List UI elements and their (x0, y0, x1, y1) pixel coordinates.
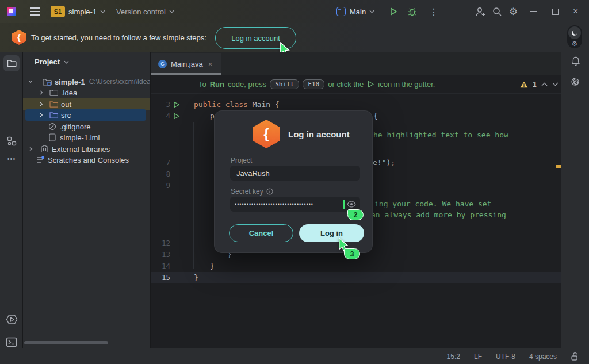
project-input[interactable]: JavaRush (230, 166, 360, 181)
tree-item-external-libraries[interactable]: External Libraries (23, 143, 151, 155)
step-badge-3: 3 (344, 248, 360, 259)
terminal-tool-button[interactable] (5, 336, 18, 348)
dialog-title: Log in account (288, 129, 350, 139)
tree-item-src[interactable]: src (23, 109, 151, 121)
chevron-right-icon (37, 102, 46, 106)
more-tool-windows-button[interactable]: ••• (5, 154, 18, 163)
status-bar: 15:2 LF UTF-8 4 spaces (0, 348, 589, 364)
run-button[interactable] (389, 0, 398, 23)
javarush-logo-icon: { (12, 30, 26, 45)
hamburger-menu-icon[interactable] (30, 0, 40, 23)
library-icon (40, 145, 49, 153)
login-button[interactable]: Log in (299, 224, 364, 242)
java-class-icon: C (158, 60, 167, 68)
project-folder-icon (43, 78, 52, 86)
file-icon (48, 133, 57, 141)
line-number: 9 (154, 180, 170, 191)
structure-icon (7, 136, 17, 146)
project-field-label: Project (231, 156, 252, 164)
terminal-icon (6, 337, 17, 347)
code-with-me-button[interactable] (475, 0, 486, 23)
tree-item-idea[interactable]: .idea (23, 87, 151, 98)
comment-fragment: an always add more by pressing (371, 209, 506, 221)
chevron-down-icon (169, 10, 174, 13)
settings-button[interactable]: ⚙ (509, 0, 518, 23)
login-dialog: { Log in account Project JavaRush Secret… (214, 110, 373, 253)
tree-item-simple-1[interactable]: simple-1 C:\Users\xxcmi\Idea (23, 76, 151, 87)
scratches-icon (36, 156, 45, 164)
ide-window: S1 simple-1 Version control Main ⋮ (0, 0, 589, 364)
line-number: 8 (154, 168, 170, 180)
structure-tool-button[interactable] (6, 136, 17, 146)
app-logo-icon (7, 0, 16, 23)
editor-run-hint-banner: To Run code, press Shift F10 or click th… (151, 75, 561, 94)
debug-button[interactable] (407, 0, 417, 23)
code-line-7-fragment: e!"); (373, 157, 395, 168)
eye-icon[interactable] (347, 201, 356, 208)
moon-icon (571, 29, 578, 36)
chevron-down-icon (26, 80, 35, 83)
maximize-button[interactable] (552, 0, 559, 23)
left-tool-stripe: ••• (0, 52, 23, 348)
project-badge[interactable]: S1 (51, 0, 65, 23)
kebab-icon: ⋮ (429, 6, 438, 17)
line-ending-widget[interactable]: LF (474, 352, 482, 361)
tree-item-gitignore[interactable]: .gitignore (23, 121, 151, 132)
minimize-button[interactable] (530, 0, 537, 23)
project-panel: Project simple-1 C:\Users\xxcmi\Idea .id… (23, 52, 151, 348)
bug-icon (407, 7, 417, 17)
notifications-button[interactable] (571, 56, 580, 66)
tree-item-scratches[interactable]: Scratches and Consoles (23, 154, 151, 166)
line-number: 3 (154, 99, 170, 110)
ai-assistant-button[interactable] (570, 76, 580, 87)
play-icon (367, 81, 374, 88)
code-line-14: } (210, 260, 215, 272)
search-icon (492, 7, 502, 17)
shift-key-chip: Shift (270, 79, 299, 89)
line-number: 12 (154, 237, 170, 249)
project-switcher[interactable]: simple-1 (68, 0, 105, 23)
cancel-button[interactable]: Cancel (229, 224, 293, 242)
banner-message: To get started, you need to follow a few… (31, 28, 206, 47)
services-tool-button[interactable] (5, 313, 18, 325)
editor-tab-bar: C Main.java × (151, 52, 561, 75)
search-everywhere-button[interactable] (492, 0, 502, 23)
run-config-icon (336, 7, 346, 16)
unlocked-padlock-icon[interactable] (571, 352, 579, 361)
line-number: 14 (154, 260, 170, 272)
bell-icon (571, 56, 580, 66)
tree-item-out[interactable]: out (23, 98, 151, 110)
dark-theme-toggle[interactable] (568, 26, 581, 39)
comment-fragment: he highlighted text to see how (373, 129, 508, 141)
chevron-up-icon[interactable] (541, 82, 548, 86)
text-caret (343, 200, 345, 209)
theme-settings-pill[interactable]: ⚙ (567, 25, 582, 48)
encoding-widget[interactable]: UTF-8 (496, 352, 515, 361)
secret-key-input[interactable]: ••••••••••••••••••••••••••••••••• (230, 197, 360, 212)
ignored-file-icon (48, 122, 57, 131)
project-tool-button[interactable] (3, 55, 20, 71)
tree-item-simple-1-iml[interactable]: simple-1.iml (23, 132, 151, 143)
code-line-4-brace: { (373, 110, 378, 122)
project-horizontal-scrollbar[interactable] (24, 341, 108, 344)
gear-icon[interactable]: ⚙ (572, 39, 578, 48)
tab-main-java[interactable]: C Main.java × (151, 53, 221, 75)
project-panel-header[interactable]: Project (35, 58, 69, 66)
gutter-run-icon[interactable] (173, 101, 180, 108)
current-line-highlight (151, 272, 561, 283)
line-number: 7 (154, 157, 170, 168)
vcs-widget[interactable]: Version control (116, 0, 174, 23)
ellipsis-icon: ••• (7, 155, 16, 162)
indent-widget[interactable]: 4 spaces (529, 352, 557, 361)
caret-position-widget[interactable]: 15:2 (447, 352, 460, 361)
inspection-widget[interactable]: 1 (520, 75, 559, 94)
gutter-run-icon[interactable] (173, 113, 180, 120)
info-icon[interactable] (266, 188, 273, 195)
tab-close-icon[interactable]: × (208, 60, 213, 68)
run-configuration-widget[interactable]: Main (336, 0, 374, 23)
close-button[interactable]: × (573, 0, 578, 23)
chevron-down-icon[interactable] (552, 82, 559, 86)
comment-fragment: ing your code. We have set (374, 198, 492, 210)
warning-triangle-icon (520, 81, 528, 88)
more-actions-button[interactable]: ⋮ (429, 0, 438, 23)
